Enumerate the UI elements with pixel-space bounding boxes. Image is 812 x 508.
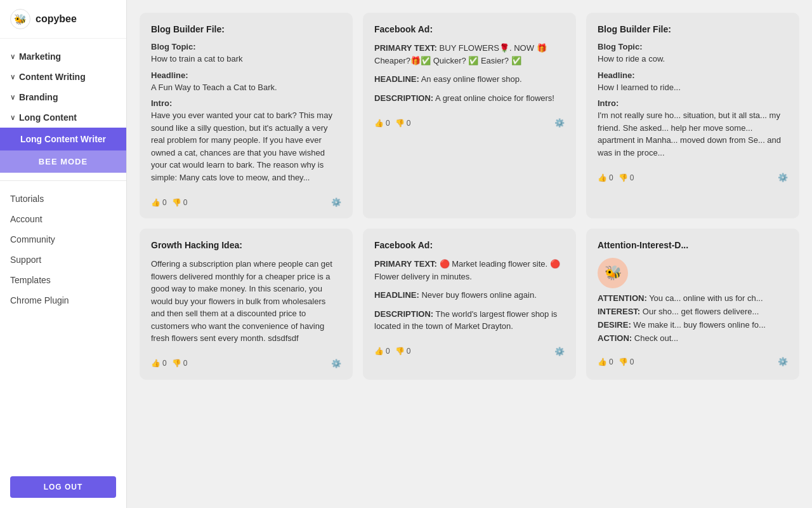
like-button[interactable]: 👍 0	[598, 173, 613, 182]
card-title: Blog Builder File:	[151, 24, 341, 34]
card-blog-2: Blog Builder File: Blog Topic: How to ri…	[586, 13, 799, 218]
field-label: Blog Topic:	[151, 42, 341, 51]
card-footer: 👍 0 👎 0 ⚙️	[374, 113, 565, 128]
field-value: PRIMARY TEXT: 🔴 Market leading flower si…	[374, 258, 565, 283]
like-count: 0	[386, 119, 390, 128]
field-label: Intro:	[151, 98, 341, 108]
sidebar-link-chrome-plugin[interactable]: Chrome Plugin	[0, 290, 126, 311]
card-blog-1: Blog Builder File: Blog Topic: How to tr…	[140, 13, 353, 218]
settings-button[interactable]: ⚙️	[778, 173, 788, 182]
sidebar-item-label: Long Content	[19, 112, 77, 123]
aida-action: ACTION: Check out...	[598, 333, 788, 343]
sidebar-link-support[interactable]: Support	[0, 250, 126, 270]
thumbs-down-icon: 👎	[395, 347, 405, 356]
dislike-count: 0	[407, 347, 411, 356]
sidebar-item-label: Content Writing	[19, 72, 86, 82]
settings-button[interactable]: ⚙️	[778, 357, 788, 366]
fb-headline-label: HEADLINE:	[374, 74, 419, 84]
card-title: Attention-Interest-D...	[598, 240, 788, 250]
like-count: 0	[162, 359, 167, 368]
chevron-icon: ∨	[10, 93, 15, 102]
fb-headline-label: HEADLINE:	[374, 290, 419, 300]
sidebar-item-marketing[interactable]: ∨ Marketing	[0, 46, 126, 67]
thumbs-up-icon: 👍	[151, 198, 160, 207]
thumbs-down-icon: 👎	[172, 198, 181, 207]
card-growth: Growth Hacking Idea: Offering a subscrip…	[140, 229, 353, 380]
field-label: Blog Topic:	[598, 42, 788, 51]
field-value: How I learned to ride...	[598, 81, 788, 94]
logout-button[interactable]: LOG OUT	[10, 476, 116, 498]
card-footer: 👍 0 👎 0 ⚙️	[598, 168, 788, 182]
card-footer: 👍 0 👎 0 ⚙️	[598, 352, 788, 366]
field-value: DESCRIPTION: The world's largest flower …	[374, 308, 565, 333]
field-value: HEADLINE: An easy online flower shop.	[374, 73, 565, 86]
like-button[interactable]: 👍 0	[374, 119, 390, 128]
fb-description-label: DESCRIPTION:	[374, 309, 433, 319]
chevron-icon: ∨	[10, 53, 15, 61]
dislike-count: 0	[183, 359, 188, 368]
settings-button[interactable]: ⚙️	[554, 118, 565, 128]
sidebar-item-long-content[interactable]: ∨ Long Content	[0, 107, 126, 128]
aida-interest: INTEREST: Our sho... get flowers deliver…	[598, 307, 788, 316]
thumbs-up-icon: 👍	[598, 358, 607, 366]
dislike-button[interactable]: 👎 0	[172, 359, 188, 368]
dislike-count: 0	[407, 119, 411, 128]
like-button[interactable]: 👍 0	[151, 359, 167, 368]
card-facebook-2: Facebook Ad: PRIMARY TEXT: 🔴 Market lead…	[363, 229, 576, 380]
sidebar-item-label: Marketing	[19, 51, 61, 62]
sidebar-link-templates[interactable]: Templates	[0, 270, 126, 290]
sidebar-divider	[0, 180, 126, 181]
dislike-count: 0	[630, 358, 634, 366]
thumbs-down-icon: 👎	[619, 173, 628, 182]
field-value: DESCRIPTION: A great online choice for f…	[374, 92, 565, 105]
fb-description-label: DESCRIPTION:	[374, 93, 433, 103]
field-label: Headline:	[151, 70, 341, 80]
dislike-button[interactable]: 👎 0	[395, 119, 411, 128]
card-title: Blog Builder File:	[598, 24, 788, 34]
dislike-button[interactable]: 👎 0	[395, 347, 411, 356]
sidebar-item-branding[interactable]: ∨ Branding	[0, 87, 126, 107]
sidebar-nav: ∨ Marketing ∨ Content Writing ∨ Branding…	[0, 39, 126, 466]
settings-button[interactable]: ⚙️	[554, 347, 565, 356]
sidebar-item-long-content-writer[interactable]: Long Content Writer	[0, 128, 126, 150]
desire-label: DESIRE:	[598, 320, 631, 330]
field-value: PRIMARY TEXT: BUY FLOWERS🌹. NOW 🎁Cheaper…	[374, 42, 565, 67]
attention-label: ATTENTION:	[598, 293, 647, 303]
dislike-button[interactable]: 👎 0	[619, 358, 634, 366]
thumbs-down-icon: 👎	[395, 119, 405, 128]
settings-button[interactable]: ⚙️	[331, 197, 341, 207]
field-value: How to train a cat to bark	[151, 53, 341, 65]
sidebar-item-content-writing[interactable]: ∨ Content Writing	[0, 67, 126, 87]
field-value: Have you ever wanted your cat to bark? T…	[151, 109, 341, 184]
bee-mode-label: BEE MODE	[39, 157, 88, 166]
like-button[interactable]: 👍 0	[151, 198, 167, 207]
chevron-icon: ∨	[10, 114, 15, 122]
field-value: A Fun Way to Teach a Cat to Bark.	[151, 81, 341, 94]
card-aida: Attention-Interest-D... 🐝 ATTENTION: You…	[586, 229, 799, 380]
thumbs-up-icon: 👍	[374, 347, 384, 356]
sidebar-item-bee-mode[interactable]: BEE MODE	[0, 150, 126, 173]
logo-area: 🐝 copybee	[0, 0, 126, 39]
settings-button[interactable]: ⚙️	[331, 359, 341, 368]
dislike-button[interactable]: 👎 0	[619, 173, 634, 182]
sidebar: 🐝 copybee ∨ Marketing ∨ Content Writing …	[0, 0, 127, 508]
bee-icon: 🐝	[598, 258, 628, 288]
sidebar-link-tutorials[interactable]: Tutorials	[0, 189, 126, 209]
field-label: Headline:	[598, 70, 788, 80]
fb-primary-label: PRIMARY TEXT:	[374, 259, 437, 269]
card-footer: 👍 0 👎 0 ⚙️	[151, 192, 341, 207]
like-button[interactable]: 👍 0	[374, 347, 390, 356]
card-title: Growth Hacking Idea:	[151, 240, 341, 250]
card-title: Facebook Ad:	[374, 240, 565, 250]
field-label: Intro:	[598, 98, 788, 108]
chevron-icon: ∨	[10, 73, 15, 81]
sidebar-link-account[interactable]: Account	[0, 209, 126, 229]
sidebar-link-community[interactable]: Community	[0, 229, 126, 250]
dislike-button[interactable]: 👎 0	[172, 198, 188, 207]
thumbs-up-icon: 👍	[151, 359, 160, 368]
like-button[interactable]: 👍 0	[598, 358, 613, 366]
field-value: How to ride a cow.	[598, 53, 788, 65]
card-title: Facebook Ad:	[374, 24, 565, 34]
thumbs-up-icon: 👍	[374, 119, 384, 128]
dislike-count: 0	[183, 198, 188, 207]
